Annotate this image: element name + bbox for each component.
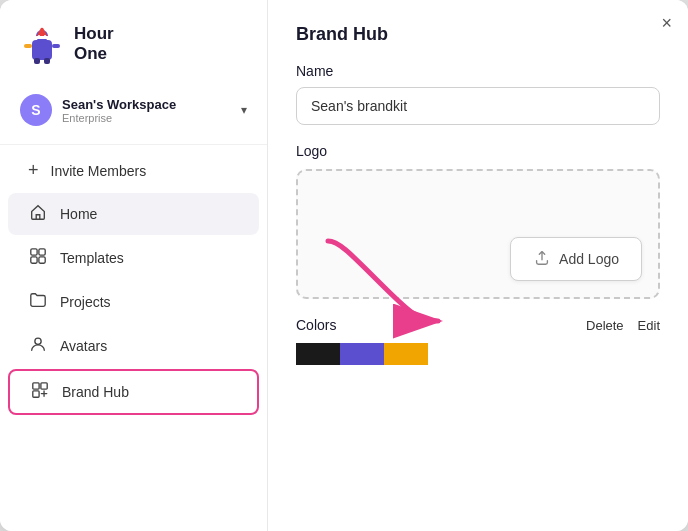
sidebar-item-projects-label: Projects — [60, 294, 111, 310]
workspace-name: Sean's Workspace — [62, 97, 231, 112]
sidebar-item-templates-label: Templates — [60, 250, 124, 266]
svg-rect-13 — [31, 257, 37, 263]
avatar-icon — [28, 335, 48, 357]
name-input[interactable] — [296, 87, 660, 125]
sidebar-item-invite-label: Invite Members — [51, 163, 147, 179]
sidebar: Hour One S Sean's Workspace Enterprise ▾… — [0, 0, 268, 531]
workspace-plan: Enterprise — [62, 112, 231, 124]
colors-label: Colors — [296, 317, 336, 333]
sidebar-item-brandhub[interactable]: Brand Hub — [8, 369, 259, 415]
home-icon — [28, 203, 48, 225]
sidebar-item-home-label: Home — [60, 206, 97, 222]
workspace-avatar: S — [20, 94, 52, 126]
add-logo-button[interactable]: Add Logo — [510, 237, 642, 281]
sidebar-item-avatars-label: Avatars — [60, 338, 107, 354]
upload-icon — [533, 248, 551, 270]
colors-actions: Delete Edit — [586, 318, 660, 333]
add-logo-label: Add Logo — [559, 251, 619, 267]
svg-rect-3 — [35, 36, 49, 39]
sidebar-item-templates[interactable]: Templates — [8, 237, 259, 279]
svg-point-15 — [35, 338, 41, 344]
folder-icon — [28, 291, 48, 313]
logo-section-label: Logo — [296, 143, 660, 159]
svg-rect-12 — [39, 249, 45, 255]
svg-rect-9 — [34, 58, 40, 64]
svg-rect-11 — [31, 249, 37, 255]
edit-button[interactable]: Edit — [638, 318, 660, 333]
color-swatch-black[interactable] — [296, 343, 340, 365]
svg-rect-0 — [32, 40, 52, 60]
sidebar-item-avatars[interactable]: Avatars — [8, 325, 259, 367]
panel-title: Brand Hub — [296, 24, 660, 45]
sidebar-divider — [0, 144, 267, 145]
delete-button[interactable]: Delete — [586, 318, 624, 333]
plus-icon: + — [28, 160, 39, 181]
svg-rect-16 — [33, 383, 39, 389]
color-swatch-purple[interactable] — [340, 343, 384, 365]
svg-rect-10 — [44, 58, 50, 64]
sidebar-item-home[interactable]: Home — [8, 193, 259, 235]
svg-point-5 — [38, 35, 40, 37]
name-field-label: Name — [296, 63, 660, 79]
color-swatches — [296, 343, 660, 365]
templates-icon — [28, 247, 48, 269]
svg-rect-18 — [33, 391, 39, 397]
sidebar-item-invite[interactable]: + Invite Members — [8, 150, 259, 191]
svg-point-4 — [40, 24, 44, 28]
main-panel: × Brand Hub Name Logo Add Log — [268, 0, 688, 531]
svg-point-6 — [44, 35, 46, 37]
app-logo-icon — [20, 22, 64, 66]
color-swatch-orange[interactable] — [384, 343, 428, 365]
sidebar-item-projects[interactable]: Projects — [8, 281, 259, 323]
colors-section: Colors Delete Edit — [296, 317, 660, 333]
svg-rect-7 — [24, 44, 32, 48]
svg-rect-8 — [52, 44, 60, 48]
chevron-down-icon: ▾ — [241, 103, 247, 117]
sidebar-item-brandhub-label: Brand Hub — [62, 384, 129, 400]
workspace-info: Sean's Workspace Enterprise — [62, 97, 231, 124]
close-button[interactable]: × — [661, 14, 672, 32]
logo-dropzone[interactable]: Add Logo — [296, 169, 660, 299]
svg-rect-17 — [41, 383, 47, 389]
app-logo-area: Hour One — [0, 0, 267, 84]
brandhub-icon — [30, 381, 50, 403]
app-name-text: Hour One — [74, 24, 114, 63]
workspace-selector[interactable]: S Sean's Workspace Enterprise ▾ — [0, 84, 267, 140]
svg-rect-14 — [39, 257, 45, 263]
app-window: Hour One S Sean's Workspace Enterprise ▾… — [0, 0, 688, 531]
